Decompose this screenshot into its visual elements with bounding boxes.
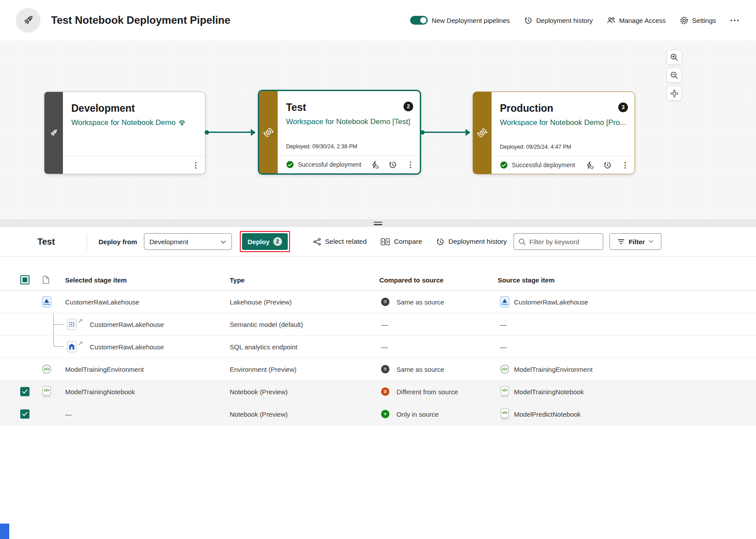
lakehouse-icon xyxy=(42,296,51,308)
notebook-icon: </> xyxy=(42,386,51,397)
new-pipelines-toggle[interactable]: New Deployment pipelines xyxy=(410,16,510,25)
source-item-name: ModelTrainingNotebook xyxy=(514,388,584,396)
page-title: Test Notebook Deployment Pipeline xyxy=(51,14,231,26)
select-related-button[interactable]: Select related xyxy=(313,238,367,246)
header: Test Notebook Deployment Pipeline New De… xyxy=(0,0,756,40)
workspace-link[interactable]: Workspace for Notebook Demo [Pro... xyxy=(500,118,628,127)
stage-card-development[interactable]: Development Workspace for Notebook Demo … xyxy=(44,92,206,174)
source-item-name: — xyxy=(500,321,506,328)
stage-card-test[interactable]: 2 Test Workspace for Notebook Demo [Test… xyxy=(258,90,421,175)
manage-access-button[interactable]: Manage Access xyxy=(607,16,666,24)
notebook-icon: </> xyxy=(500,386,510,397)
semantic-model-icon xyxy=(67,319,77,330)
deploy-button[interactable]: Deploy 2 xyxy=(242,233,288,250)
deployment-history-button[interactable]: Deployment history xyxy=(524,16,593,25)
panel-splitter xyxy=(0,220,756,227)
rocket-icon xyxy=(48,128,59,138)
table-row[interactable]: CustomerRawLakehouseSemantic model (defa… xyxy=(0,313,756,336)
deployed-timestamp: Deployed: 09/30/24, 2:38 PM xyxy=(286,143,357,150)
splitter-drag-handle[interactable] xyxy=(374,222,382,227)
zoom-out-icon xyxy=(670,71,678,79)
table-row[interactable]: </>ModelTrainingEnvironmentEnvironment (… xyxy=(0,358,756,381)
toolbar-divider xyxy=(87,234,87,250)
tree-elbow xyxy=(53,336,64,347)
more-options-button[interactable]: ··· xyxy=(730,15,740,26)
pipeline-canvas: Development Workspace for Notebook Demo … xyxy=(0,40,756,220)
svg-text:</>: </> xyxy=(44,367,49,371)
compare-label: — xyxy=(381,321,388,328)
column-source-stage-item: Source stage item xyxy=(498,276,554,284)
more-icon[interactable]: ··· xyxy=(730,15,740,26)
search-input[interactable] xyxy=(529,238,598,246)
chevron-down-icon xyxy=(220,240,226,244)
deploy-sync-icon xyxy=(263,127,274,138)
item-type: Lakehouse (Preview) xyxy=(230,298,292,306)
workspace-link[interactable]: Workspace for Notebook Demo [Test] xyxy=(286,117,413,126)
svg-text:</>: </> xyxy=(502,367,507,371)
filter-button[interactable]: Filter xyxy=(609,233,661,250)
row-checkbox[interactable] xyxy=(20,410,29,419)
stage-more-icon[interactable]: ⋮ xyxy=(192,161,199,169)
history-icon[interactable] xyxy=(603,161,612,169)
stage-strip xyxy=(473,92,492,174)
fabric-deployment-pipeline-app: Test Notebook Deployment Pipeline New De… xyxy=(0,0,756,539)
deployment-rules-icon[interactable] xyxy=(585,161,594,169)
deploy-from-select[interactable]: Development xyxy=(144,233,232,250)
people-icon xyxy=(607,16,615,24)
compare-status-same-icon: = xyxy=(381,365,389,374)
compare-label: — xyxy=(381,343,388,351)
zoom-in-button[interactable] xyxy=(667,50,682,65)
filter-icon xyxy=(617,239,625,245)
svg-text:</>: </> xyxy=(502,411,507,415)
deployment-status: Successful deployment xyxy=(500,161,575,169)
item-name: CustomerRawLakehouse xyxy=(65,298,139,306)
diamond-icon xyxy=(179,120,185,126)
connector-dev-to-test xyxy=(206,132,255,133)
keyword-filter-searchbox[interactable] xyxy=(514,233,603,250)
compare-status-different-icon: ≠ xyxy=(381,388,389,396)
compare-status-only-icon: + xyxy=(381,410,389,418)
search-icon xyxy=(518,238,526,246)
history-icon[interactable] xyxy=(389,161,397,169)
table-row[interactable]: —Notebook (Preview)+Only in source</>Mod… xyxy=(0,403,756,425)
compare-button[interactable]: Compare xyxy=(381,238,422,246)
stage-title: Test xyxy=(286,102,413,114)
settings-button[interactable]: Settings xyxy=(680,16,716,25)
file-icon xyxy=(43,276,49,284)
environment-icon: </> xyxy=(42,364,51,374)
svg-text:</>: </> xyxy=(502,388,507,392)
compare-label: Same as source xyxy=(396,366,444,373)
stage-more-icon[interactable]: ⋮ xyxy=(621,161,629,169)
zoom-out-button[interactable] xyxy=(667,68,682,83)
stage-more-icon[interactable]: ⋮ xyxy=(407,161,414,169)
compare-label: Only in source xyxy=(396,411,439,418)
stage-title: Development xyxy=(71,103,198,114)
toggle-on-icon[interactable] xyxy=(410,16,428,25)
source-item-name: ModelPredictNotebook xyxy=(514,411,581,418)
row-checkbox[interactable] xyxy=(20,387,29,396)
compare-label: Different from source xyxy=(396,388,458,396)
source-item-name: CustomerRawLakehouse xyxy=(514,298,588,306)
svg-text:</>: </> xyxy=(44,388,49,392)
fit-to-screen-button[interactable] xyxy=(667,86,682,101)
canvas-zoom-controls xyxy=(667,50,682,101)
gear-icon xyxy=(680,16,688,25)
success-check-icon xyxy=(286,161,294,169)
compare-label: Same as source xyxy=(396,298,444,306)
items-table-body: CustomerRawLakehouseLakehouse (Preview)=… xyxy=(0,291,756,425)
deployment-history-button[interactable]: Deployment history xyxy=(436,238,507,246)
deployment-rules-icon[interactable] xyxy=(371,161,379,169)
select-all-checkbox[interactable] xyxy=(20,275,29,285)
item-name: ModelTrainingNotebook xyxy=(65,388,135,396)
item-type: Notebook (Preview) xyxy=(230,411,288,418)
table-row[interactable]: </>ModelTrainingNotebookNotebook (Previe… xyxy=(0,381,756,403)
stage-card-production[interactable]: 3 Production Workspace for Notebook Demo… xyxy=(473,92,635,174)
source-item-name: — xyxy=(500,343,506,351)
workspace-link[interactable]: Workspace for Notebook Demo xyxy=(71,118,198,127)
deployed-timestamp: Deployed: 09/25/24, 4:47 PM xyxy=(500,144,571,150)
environment-icon: </> xyxy=(500,364,510,374)
item-type: Semantic model (default) xyxy=(230,321,303,328)
table-row[interactable]: CustomerRawLakehouseSQL analytics endpoi… xyxy=(0,336,756,358)
table-row[interactable]: CustomerRawLakehouseLakehouse (Preview)=… xyxy=(0,291,756,313)
items-table-header: Selected stage item Type Compared to sou… xyxy=(0,269,756,291)
